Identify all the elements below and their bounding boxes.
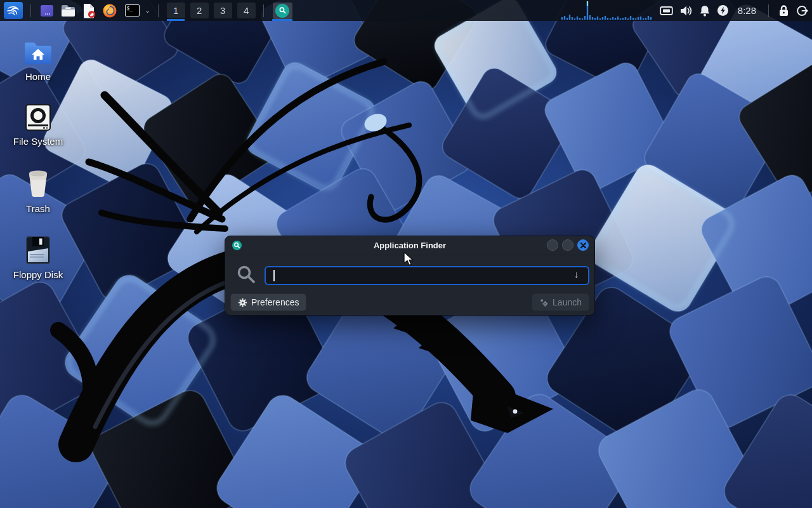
preferences-button[interactable]: Preferences bbox=[230, 293, 306, 311]
desktop-icon-floppy-disk[interactable]: Floppy Disk bbox=[8, 234, 69, 280]
terminal-icon: $_ bbox=[125, 4, 140, 17]
titlebar[interactable]: Application Finder bbox=[225, 236, 594, 255]
desktop-icon-home[interactable]: Home bbox=[8, 36, 69, 82]
search-icon bbox=[237, 265, 256, 286]
firefox-icon bbox=[102, 3, 117, 18]
text-cursor bbox=[273, 270, 275, 281]
launcher-firefox[interactable] bbox=[102, 2, 118, 19]
desktop-icon-trash[interactable]: Trash bbox=[8, 168, 69, 214]
close-icon bbox=[580, 243, 586, 248]
panel-separator bbox=[263, 4, 264, 17]
maximize-button[interactable] bbox=[562, 239, 573, 251]
volume-icon[interactable] bbox=[679, 0, 693, 21]
cpu-graph[interactable] bbox=[561, 0, 653, 21]
desktop-icon-label: File System bbox=[13, 136, 63, 147]
folder-icon bbox=[60, 3, 76, 18]
search-icon bbox=[275, 4, 289, 18]
launcher-file-manager[interactable] bbox=[60, 2, 76, 19]
top-panel: $_ ⌄ 1 2 3 4 bbox=[0, 0, 812, 21]
gear-icon bbox=[238, 298, 247, 307]
launcher-terminal[interactable]: $_ bbox=[122, 2, 141, 19]
clock[interactable]: 8:28 bbox=[735, 5, 759, 16]
close-button[interactable] bbox=[577, 239, 589, 251]
launcher-desktop[interactable] bbox=[39, 2, 55, 19]
home-folder-icon bbox=[23, 36, 53, 66]
window-title: Application Finder bbox=[225, 241, 594, 250]
preferences-label: Preferences bbox=[251, 297, 299, 307]
launch-icon bbox=[539, 298, 549, 307]
panel-separator bbox=[30, 4, 31, 17]
application-finder-window: Application Finder ↓ bbox=[225, 236, 595, 316]
desktop-icon-file-system[interactable]: File System bbox=[8, 100, 69, 147]
launcher-text-editor[interactable] bbox=[81, 2, 97, 19]
panel-separator bbox=[158, 4, 159, 17]
applications-menu-button[interactable] bbox=[4, 2, 23, 19]
desktop-icon-label: Floppy Disk bbox=[13, 269, 63, 280]
search-input[interactable] bbox=[265, 266, 589, 285]
chevron-down-icon[interactable]: ⌄ bbox=[145, 6, 150, 15]
workspace-4[interactable]: 4 bbox=[237, 0, 256, 21]
workspace-3[interactable]: 3 bbox=[213, 0, 232, 21]
launch-button[interactable]: Launch bbox=[532, 293, 589, 311]
app-finder-panel-button[interactable] bbox=[272, 0, 293, 21]
hard-drive-icon bbox=[25, 100, 51, 131]
power-manager-icon[interactable] bbox=[717, 0, 729, 21]
desktop-root: Home File System Trash bbox=[0, 0, 812, 508]
floppy-disk-icon bbox=[26, 234, 50, 264]
workspace-1[interactable]: 1 bbox=[166, 0, 185, 21]
desktop-app-icon bbox=[39, 3, 55, 18]
minimize-button[interactable] bbox=[547, 239, 558, 251]
trash-can-icon bbox=[25, 168, 51, 198]
launch-label: Launch bbox=[553, 297, 582, 307]
notifications-bell-icon[interactable] bbox=[699, 0, 710, 21]
desktop-icon-label: Home bbox=[25, 71, 51, 82]
network-icon[interactable] bbox=[660, 0, 673, 21]
workspace-2[interactable]: 2 bbox=[190, 0, 209, 21]
desktop-icon-label: Trash bbox=[26, 203, 50, 214]
logout-icon[interactable] bbox=[796, 0, 808, 21]
kali-logo-icon bbox=[6, 4, 20, 17]
dropdown-arrow-icon[interactable]: ↓ bbox=[574, 269, 579, 279]
text-editor-icon bbox=[81, 3, 96, 18]
panel-separator bbox=[768, 4, 769, 17]
app-finder-icon bbox=[232, 241, 242, 253]
screen-lock-icon[interactable] bbox=[778, 0, 789, 21]
